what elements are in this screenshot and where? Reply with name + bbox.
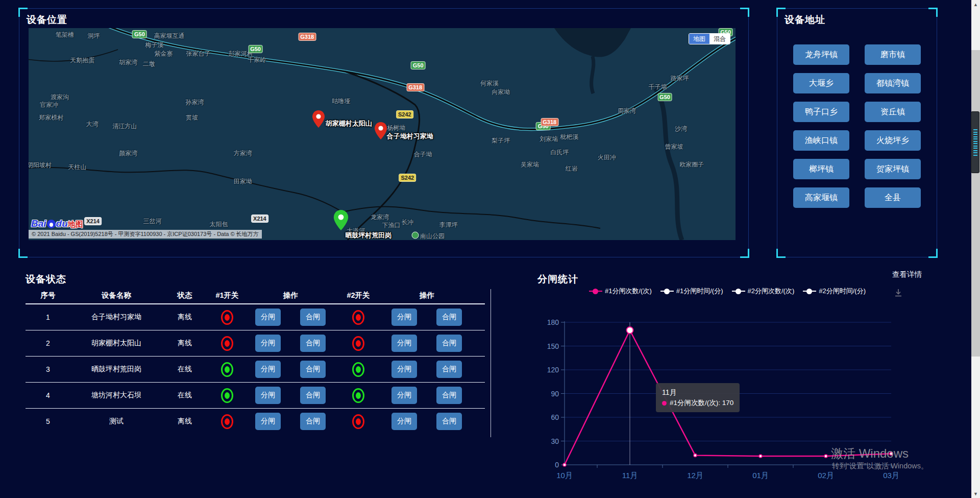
open-switch-button[interactable]: 分闸 <box>255 361 281 378</box>
view-details-link[interactable]: 查看详情 <box>892 270 922 279</box>
table-row: 4塘坊河村大石坝在线分闸合闸分闸合闸 <box>26 383 485 409</box>
svg-text:150: 150 <box>547 342 559 350</box>
road-badge-G318: G318 <box>541 118 558 126</box>
chart-tooltip: 11月#1分闸次数/(次): 170 <box>656 383 740 412</box>
svg-text:03月: 03月 <box>883 471 899 480</box>
map-place-label: 贯坡 <box>186 113 198 122</box>
stats-title: 分闸统计 <box>537 273 578 286</box>
open-switch-button[interactable]: 分闸 <box>255 387 281 404</box>
open-switch-button[interactable]: 分闸 <box>391 387 417 404</box>
open-switch-button[interactable]: 分闸 <box>255 335 281 352</box>
map-pin-label: 合子坳村习家坳 <box>387 132 433 141</box>
map-place-label: 刘家垴 <box>540 135 558 144</box>
map-place-label: 沙湾 <box>675 125 687 133</box>
address-button-大堰乡[interactable]: 大堰乡 <box>793 73 849 93</box>
scrollbar-widget[interactable] <box>971 111 979 173</box>
close-switch-button[interactable]: 合闸 <box>300 309 326 326</box>
address-button-鸭子口乡[interactable]: 鸭子口乡 <box>793 102 849 122</box>
open-switch-button[interactable]: 分闸 <box>391 361 417 378</box>
road-badge-S242: S242 <box>396 110 413 118</box>
address-button-榔坪镇[interactable]: 榔坪镇 <box>793 159 849 179</box>
map-place-label: 高家堰互通 <box>154 31 185 40</box>
map-pin-label: 晒鼓坪村荒田岗 <box>345 231 391 240</box>
windows-activation-watermark: 激活 Windows <box>831 445 909 462</box>
svg-text:30: 30 <box>551 437 559 445</box>
chart-legend: #1分闸次数/(次)#1分闸时间/(分)#2分闸次数/(次)#2分闸时间/(分) <box>554 287 901 296</box>
open-switch-button[interactable]: 分闸 <box>391 309 417 326</box>
address-button-全县[interactable]: 全县 <box>865 187 921 208</box>
legend-label: #1分闸时间/(分) <box>676 287 723 296</box>
operation-cell: 分闸合闸 <box>247 335 334 352</box>
legend-item[interactable]: #1分闸时间/(分) <box>660 287 723 296</box>
map-place-label: 合子坳 <box>414 150 432 158</box>
operation-cell: 分闸合闸 <box>383 413 471 430</box>
switch-indicator-red <box>352 310 364 325</box>
map-attribution: © 2021 Baidu - GS(2019)5218号 - 甲测资字11009… <box>29 230 262 239</box>
corner-decoration <box>928 249 938 258</box>
close-switch-button[interactable]: 合闸 <box>300 361 326 378</box>
map-type-hybrid[interactable]: 混合 <box>709 34 730 44</box>
map-place-label: 向家坳 <box>492 87 510 96</box>
device-name: 晒鼓坪村荒田岗 <box>70 365 162 374</box>
close-switch-button[interactable]: 合闸 <box>436 309 462 326</box>
open-switch-button[interactable]: 分闸 <box>255 309 281 326</box>
close-switch-button[interactable]: 合闸 <box>436 387 462 404</box>
map-place-label: 南山公园 <box>411 231 445 240</box>
map-place-label: 李潭坪 <box>439 221 458 229</box>
map-place-label: 官家冲 <box>40 100 58 109</box>
svg-text:90: 90 <box>551 390 559 398</box>
table-row: 2胡家棚村太阳山离线分闸合闸分闸合闸 <box>26 330 485 357</box>
map-place-label: 紫金寨 <box>155 49 173 58</box>
column-header-序号: 序号 <box>26 291 70 300</box>
open-switch-button[interactable]: 分闸 <box>391 335 417 352</box>
close-switch-button[interactable]: 合闸 <box>436 361 462 378</box>
corner-decoration <box>928 8 938 17</box>
close-switch-button[interactable]: 合闸 <box>300 413 326 430</box>
address-button-高家堰镇[interactable]: 高家堰镇 <box>793 187 849 208</box>
table-row: 5测试离线分闸合闸分闸合闸 <box>26 409 485 434</box>
table-header: 序号设备名称状态#1开关操作#2开关操作 <box>26 288 485 302</box>
device-status: 离线 <box>162 339 207 348</box>
map-place-label: 欧家圈子 <box>679 160 704 169</box>
map-place-label: 千家岭 <box>248 55 266 64</box>
address-button-都镇湾镇[interactable]: 都镇湾镇 <box>865 73 921 93</box>
legend-item[interactable]: #2分闸时间/(分) <box>803 287 866 296</box>
address-button-火烧坪乡[interactable]: 火烧坪乡 <box>865 130 921 151</box>
baidu-map[interactable]: 笔架槽洞坪天鹅抱蛋胡家湾高家堰互通梅子溪紫金寨二墩张家台子彭家河村千家岭咕噜垭杨… <box>29 28 736 240</box>
address-button-龙舟坪镇[interactable]: 龙舟坪镇 <box>793 44 849 65</box>
open-switch-button[interactable]: 分闸 <box>255 413 281 430</box>
legend-item[interactable]: #1分闸次数/(次) <box>589 287 652 296</box>
scrollbar-up-arrow[interactable]: ▲ <box>971 0 980 9</box>
row-number: 5 <box>26 417 70 425</box>
address-button-磨市镇[interactable]: 磨市镇 <box>865 44 921 65</box>
close-switch-button[interactable]: 合闸 <box>300 387 326 404</box>
address-button-资丘镇[interactable]: 资丘镇 <box>865 102 921 122</box>
operation-cell: 分闸合闸 <box>383 309 471 326</box>
map-type-toggle[interactable]: 地图 混合 <box>689 33 730 44</box>
map-place-label: 千子墙 <box>649 82 667 91</box>
map-place-label: 胡家湾 <box>119 58 137 66</box>
legend-label: #2分闸时间/(分) <box>819 287 866 296</box>
map-pin-晒鼓坪村荒田岗[interactable] <box>333 210 349 232</box>
address-button-贺家坪镇[interactable]: 贺家坪镇 <box>865 159 921 179</box>
map-place-label: 路家坪 <box>671 74 689 82</box>
scrollbar-down-arrow[interactable]: ▼ <box>971 489 980 498</box>
map-place-label: 阴阳坡村 <box>29 161 52 170</box>
map-pin-胡家棚村太阳山[interactable] <box>312 110 325 130</box>
close-switch-button[interactable]: 合闸 <box>436 413 462 430</box>
legend-item[interactable]: #2分闸次数/(次) <box>732 287 795 296</box>
map-place-label: 郑家榜村 <box>39 113 63 122</box>
address-button-渔峡口镇[interactable]: 渔峡口镇 <box>793 130 849 151</box>
map-pin-合子坳村习家坳[interactable] <box>374 122 387 141</box>
close-switch-button[interactable]: 合闸 <box>436 335 462 352</box>
close-switch-button[interactable]: 合闸 <box>300 335 326 352</box>
map-place-label: 吴家垴 <box>521 160 539 169</box>
map-type-map[interactable]: 地图 <box>689 34 709 44</box>
park-icon <box>411 231 419 239</box>
open-switch-button[interactable]: 分闸 <box>391 413 417 430</box>
map-place-label: 孙家湾 <box>185 98 204 106</box>
map-place-label: 方家湾 <box>234 149 252 157</box>
road-badge-G318: G318 <box>406 83 424 91</box>
switch-indicator-red <box>352 336 364 351</box>
scrollbar-thumb[interactable] <box>971 50 980 357</box>
